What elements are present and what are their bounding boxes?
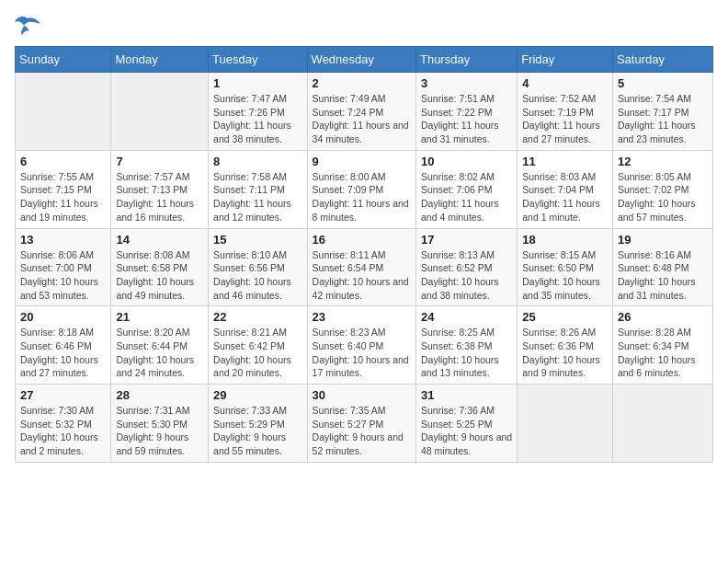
calendar-week-1: 1Sunrise: 7:47 AMSunset: 7:26 PMDaylight… (16, 73, 713, 151)
calendar-cell: 6Sunrise: 7:55 AMSunset: 7:15 PMDaylight… (16, 150, 111, 228)
calendar-cell: 15Sunrise: 8:10 AMSunset: 6:56 PMDayligh… (209, 228, 307, 306)
day-info: Sunrise: 8:20 AMSunset: 6:44 PMDaylight:… (116, 326, 203, 380)
day-number: 15 (213, 233, 301, 247)
day-number: 3 (421, 76, 512, 90)
day-info: Sunrise: 7:52 AMSunset: 7:19 PMDaylight:… (522, 92, 608, 146)
weekday-header-monday: Monday (111, 47, 209, 73)
calendar-cell (111, 73, 209, 151)
day-info: Sunrise: 8:21 AMSunset: 6:42 PMDaylight:… (213, 326, 301, 380)
day-info: Sunrise: 7:47 AMSunset: 7:26 PMDaylight:… (213, 92, 301, 146)
calendar-week-3: 13Sunrise: 8:06 AMSunset: 7:00 PMDayligh… (16, 228, 713, 306)
calendar-cell: 4Sunrise: 7:52 AMSunset: 7:19 PMDaylight… (518, 73, 613, 151)
day-number: 11 (522, 155, 608, 168)
calendar-cell: 5Sunrise: 7:54 AMSunset: 7:17 PMDaylight… (612, 73, 712, 151)
day-number: 7 (116, 155, 203, 168)
header-row: SundayMondayTuesdayWednesdayThursdayFrid… (16, 47, 713, 73)
day-number: 16 (313, 233, 411, 247)
calendar-cell: 23Sunrise: 8:23 AMSunset: 6:40 PMDayligh… (307, 306, 415, 385)
day-number: 9 (313, 155, 411, 168)
day-number: 28 (116, 388, 203, 402)
calendar-cell: 8Sunrise: 7:58 AMSunset: 7:11 PMDaylight… (209, 150, 307, 228)
calendar-cell (612, 385, 712, 463)
day-info: Sunrise: 7:57 AMSunset: 7:13 PMDaylight:… (116, 170, 203, 224)
day-info: Sunrise: 8:26 AMSunset: 6:36 PMDaylight:… (522, 326, 608, 380)
day-number: 31 (421, 388, 512, 402)
day-number: 19 (618, 233, 708, 247)
day-number: 21 (116, 310, 203, 324)
calendar-cell: 2Sunrise: 7:49 AMSunset: 7:24 PMDaylight… (307, 73, 415, 151)
day-info: Sunrise: 7:58 AMSunset: 7:11 PMDaylight:… (213, 170, 301, 224)
day-info: Sunrise: 8:15 AMSunset: 6:50 PMDaylight:… (522, 248, 608, 303)
day-number: 4 (522, 76, 608, 90)
day-number: 18 (522, 233, 608, 247)
day-info: Sunrise: 8:28 AMSunset: 6:34 PMDaylight:… (618, 326, 708, 380)
day-number: 22 (213, 310, 301, 324)
day-info: Sunrise: 7:54 AMSunset: 7:17 PMDaylight:… (618, 92, 708, 146)
day-number: 23 (313, 310, 411, 324)
calendar-cell: 17Sunrise: 8:13 AMSunset: 6:52 PMDayligh… (415, 228, 517, 306)
day-number: 27 (20, 388, 106, 402)
day-info: Sunrise: 7:49 AMSunset: 7:24 PMDaylight:… (313, 92, 411, 146)
calendar-cell (16, 73, 111, 151)
day-number: 20 (20, 310, 106, 324)
calendar-cell: 1Sunrise: 7:47 AMSunset: 7:26 PMDaylight… (209, 73, 307, 151)
day-number: 14 (116, 233, 203, 247)
day-info: Sunrise: 8:06 AMSunset: 7:00 PMDaylight:… (20, 248, 106, 303)
day-number: 17 (421, 233, 512, 247)
calendar-cell: 31Sunrise: 7:36 AMSunset: 5:25 PMDayligh… (415, 385, 517, 463)
day-info: Sunrise: 8:11 AMSunset: 6:54 PMDaylight:… (313, 248, 411, 303)
calendar-cell: 16Sunrise: 8:11 AMSunset: 6:54 PMDayligh… (307, 228, 415, 306)
day-info: Sunrise: 8:23 AMSunset: 6:40 PMDaylight:… (313, 326, 411, 380)
day-number: 6 (20, 155, 106, 168)
day-info: Sunrise: 8:25 AMSunset: 6:38 PMDaylight:… (421, 326, 512, 380)
day-info: Sunrise: 8:08 AMSunset: 6:58 PMDaylight:… (116, 248, 203, 303)
day-number: 5 (618, 76, 708, 90)
calendar-cell: 30Sunrise: 7:35 AMSunset: 5:27 PMDayligh… (307, 385, 415, 463)
weekday-header-thursday: Thursday (415, 47, 517, 73)
calendar-cell: 24Sunrise: 8:25 AMSunset: 6:38 PMDayligh… (415, 306, 517, 385)
calendar-cell: 7Sunrise: 7:57 AMSunset: 7:13 PMDaylight… (111, 150, 209, 228)
calendar-header: SundayMondayTuesdayWednesdayThursdayFrid… (16, 47, 713, 73)
calendar-cell: 27Sunrise: 7:30 AMSunset: 5:32 PMDayligh… (16, 385, 111, 463)
calendar-cell: 3Sunrise: 7:51 AMSunset: 7:22 PMDaylight… (415, 73, 517, 151)
day-info: Sunrise: 7:30 AMSunset: 5:32 PMDaylight:… (20, 404, 106, 458)
day-number: 26 (618, 310, 708, 324)
calendar-cell: 9Sunrise: 8:00 AMSunset: 7:09 PMDaylight… (307, 150, 415, 228)
page-header (15, 15, 713, 35)
calendar-body: 1Sunrise: 7:47 AMSunset: 7:26 PMDaylight… (16, 73, 713, 463)
logo-bird-icon (15, 15, 40, 35)
calendar-week-2: 6Sunrise: 7:55 AMSunset: 7:15 PMDaylight… (16, 150, 713, 228)
weekday-header-friday: Friday (518, 47, 613, 73)
day-info: Sunrise: 8:05 AMSunset: 7:02 PMDaylight:… (618, 170, 708, 224)
calendar-cell: 12Sunrise: 8:05 AMSunset: 7:02 PMDayligh… (612, 150, 712, 228)
calendar-cell: 22Sunrise: 8:21 AMSunset: 6:42 PMDayligh… (209, 306, 307, 385)
calendar-week-5: 27Sunrise: 7:30 AMSunset: 5:32 PMDayligh… (16, 385, 713, 463)
calendar-cell: 11Sunrise: 8:03 AMSunset: 7:04 PMDayligh… (518, 150, 613, 228)
day-info: Sunrise: 7:51 AMSunset: 7:22 PMDaylight:… (421, 92, 512, 146)
day-number: 12 (618, 155, 708, 168)
day-info: Sunrise: 7:55 AMSunset: 7:15 PMDaylight:… (20, 170, 106, 224)
day-number: 30 (313, 388, 411, 402)
day-info: Sunrise: 7:33 AMSunset: 5:29 PMDaylight:… (213, 404, 301, 458)
calendar-week-4: 20Sunrise: 8:18 AMSunset: 6:46 PMDayligh… (16, 306, 713, 385)
calendar-cell: 14Sunrise: 8:08 AMSunset: 6:58 PMDayligh… (111, 228, 209, 306)
calendar-cell: 28Sunrise: 7:31 AMSunset: 5:30 PMDayligh… (111, 385, 209, 463)
day-info: Sunrise: 8:16 AMSunset: 6:48 PMDaylight:… (618, 248, 708, 303)
weekday-header-saturday: Saturday (612, 47, 712, 73)
day-info: Sunrise: 8:13 AMSunset: 6:52 PMDaylight:… (421, 248, 512, 303)
weekday-header-wednesday: Wednesday (307, 47, 415, 73)
day-number: 13 (20, 233, 106, 247)
calendar-cell: 25Sunrise: 8:26 AMSunset: 6:36 PMDayligh… (518, 306, 613, 385)
day-number: 1 (213, 76, 301, 90)
day-number: 25 (522, 310, 608, 324)
day-number: 10 (421, 155, 512, 168)
calendar-cell (518, 385, 613, 463)
calendar-cell: 26Sunrise: 8:28 AMSunset: 6:34 PMDayligh… (612, 306, 712, 385)
calendar-cell: 10Sunrise: 8:02 AMSunset: 7:06 PMDayligh… (415, 150, 517, 228)
day-info: Sunrise: 7:36 AMSunset: 5:25 PMDaylight:… (421, 404, 512, 458)
day-number: 24 (421, 310, 512, 324)
day-info: Sunrise: 8:00 AMSunset: 7:09 PMDaylight:… (313, 170, 411, 224)
day-number: 2 (313, 76, 411, 90)
day-info: Sunrise: 8:10 AMSunset: 6:56 PMDaylight:… (213, 248, 301, 303)
day-number: 29 (213, 388, 301, 402)
